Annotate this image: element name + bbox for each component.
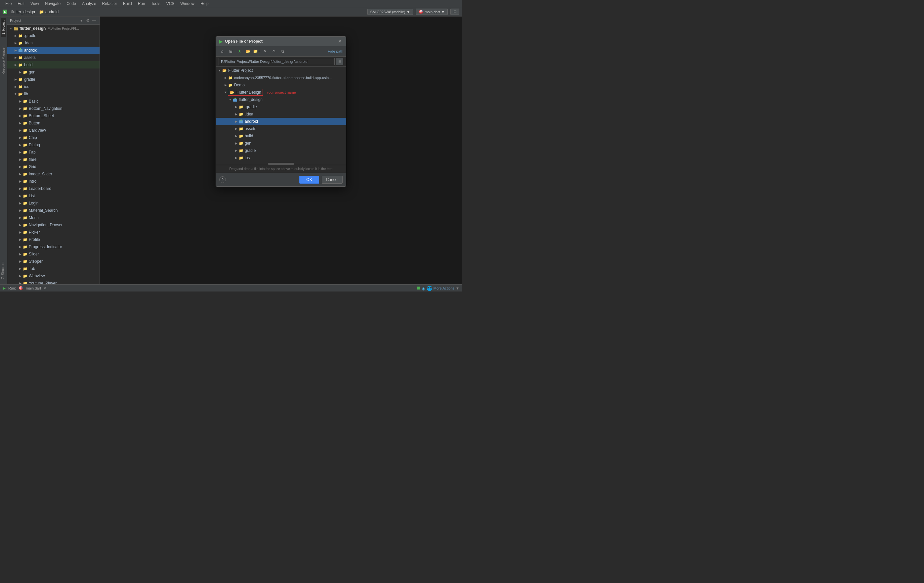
dialog-tree-item-flutter-design-sub[interactable]: ▼ flutter_design — [216, 96, 346, 103]
home-button[interactable]: ⌂ — [219, 48, 226, 55]
panel-settings-btn[interactable]: ⚙ — [85, 18, 90, 23]
tree-item-gradle2[interactable]: ▶ 📁 gradle — [7, 76, 99, 83]
menu-bar: File Edit View Navigate Code Analyze Ref… — [0, 0, 462, 7]
bottom-close-icon[interactable]: ✕ — [44, 286, 47, 290]
menu-tools[interactable]: Tools — [148, 1, 163, 7]
stop-icon[interactable]: ■ — [417, 284, 420, 292]
item-label-gen: gen — [29, 70, 35, 74]
menu-vcs[interactable]: VCS — [164, 1, 177, 7]
tree-item-Tab[interactable]: ▶ 📁 Tab — [7, 265, 99, 272]
tree-item-build[interactable]: ▶ 📁 build — [7, 61, 99, 68]
refresh-button[interactable]: ↻ — [270, 48, 277, 55]
menu-file[interactable]: File — [3, 1, 14, 7]
android-tab[interactable]: 📁 android — [39, 10, 59, 14]
folder-icon-List: 📁 — [23, 193, 28, 198]
tree-item-Profile[interactable]: ▶ 📁 Profile — [7, 236, 99, 243]
menu-code[interactable]: Code — [64, 1, 79, 7]
tree-item-Navigation_Drawer[interactable]: ▶ 📁 Navigation_Drawer — [7, 221, 99, 229]
tree-item-Login[interactable]: ▶ 📁 Login — [7, 200, 99, 207]
tree-item-Youtube_Player[interactable]: ▶ 📁 Youtube_Player — [7, 279, 99, 284]
tree-item-Progress_Indicator[interactable]: ▶ 📁 Progress_Indicator — [7, 243, 99, 251]
tree-item-Leaderboard[interactable]: ▶ 📁 Leaderboard — [7, 185, 99, 192]
path-button[interactable]: 📂 — [244, 48, 252, 55]
folder-icon-Flutter-Design: 📂 — [229, 90, 235, 95]
menu-edit[interactable]: Edit — [15, 1, 27, 7]
dialog-tree-item-gradle-d2[interactable]: ▶ 📁 gradle — [216, 147, 346, 154]
tree-item-Bottom_Navigation[interactable]: ▶ 📁 Bottom_Navigation — [7, 105, 99, 112]
tree-item-lib[interactable]: ▼ 📂 lib — [7, 90, 99, 97]
sidebar-tab-structure[interactable]: Z: Structure — [0, 259, 7, 282]
tree-item-flare[interactable]: ▶ 📁 flare — [7, 156, 99, 163]
device-button[interactable]: SM G925W8 (mobile) ▼ — [368, 9, 413, 15]
tree-item-gradle[interactable]: ▶ 📁 .gradle — [7, 32, 99, 40]
tree-item-Chip[interactable]: ▶ 📁 Chip — [7, 134, 99, 141]
desktop-button[interactable]: ⊟ — [227, 48, 234, 55]
tree-item-Material_Search[interactable]: ▶ 📁 Material_Search — [7, 207, 99, 214]
tree-item-android[interactable]: ▶ android — [7, 47, 99, 54]
tree-item-CardView[interactable]: ▶ 📁 CardView — [7, 127, 99, 134]
tree-item-List[interactable]: ▶ 📁 List — [7, 192, 99, 200]
more-actions-label[interactable]: More Actions — [434, 286, 455, 290]
sidebar-tab-project[interactable]: 1: Project — [1, 18, 6, 37]
tree-item-gen[interactable]: ▶ 📁 gen — [7, 68, 99, 76]
delete-button[interactable]: ✕ — [262, 48, 269, 55]
file-button[interactable]: 🎯 main.dart ▼ — [416, 8, 448, 15]
dialog-item-label-Demo: Demo — [234, 83, 245, 88]
panel-minimize-btn[interactable]: — — [92, 18, 97, 23]
menu-analyze[interactable]: Analyze — [79, 1, 99, 7]
dialog-close-button[interactable]: ✕ — [337, 39, 343, 44]
tree-item-Dialog[interactable]: ▶ 📁 Dialog — [7, 141, 99, 149]
sidebar-tab-resource[interactable]: Resource Manager — [1, 44, 6, 77]
tree-item-Stepper[interactable]: ▶ 📁 Stepper — [7, 258, 99, 265]
tree-item-Picker[interactable]: ▶ 📁 Picker — [7, 229, 99, 236]
dialog-tree-item-flutter-project[interactable]: ▼ 📂 Flutter Project — [216, 67, 346, 74]
dialog-tree-item-android-d[interactable]: ▶ android — [216, 118, 346, 125]
tree-item-Slider[interactable]: ▶ 📁 Slider — [7, 251, 99, 258]
hide-path-button[interactable]: Hide path — [328, 49, 343, 53]
tree-item-Image_Slider[interactable]: ▶ 📁 Image_Slider — [7, 170, 99, 178]
tree-item-Fab[interactable]: ▶ 📁 Fab — [7, 149, 99, 156]
dialog-tree-item-codecanyon[interactable]: ▶ 📁 codecanyon-23557770-flutter-ui-compo… — [216, 74, 346, 81]
menu-refactor[interactable]: Refactor — [99, 1, 120, 7]
tree-item-Bottom_Sheet[interactable]: ▶ 📁 Bottom_Sheet — [7, 112, 99, 119]
dialog-tree-item-idea-d[interactable]: ▶ 📁 .idea — [216, 111, 346, 118]
dialog-tree-item-assets-d[interactable]: ▶ 📁 assets — [216, 125, 346, 132]
menu-help[interactable]: Help — [198, 1, 211, 7]
tree-item-assets[interactable]: ▶ 📁 assets — [7, 54, 99, 61]
path-expand-button[interactable]: ⊞ — [336, 58, 343, 65]
cancel-button[interactable]: Cancel — [322, 176, 343, 183]
tree-item-Button[interactable]: ▶ 📁 Button — [7, 119, 99, 127]
folder-icon-intro: 📁 — [23, 179, 28, 184]
help-button[interactable]: ? — [219, 176, 226, 183]
tree-item-intro[interactable]: ▶ 📁 intro — [7, 178, 99, 185]
menu-build[interactable]: Build — [120, 1, 135, 7]
dialog-tree-item-Demo[interactable]: ▶ 📁 Demo — [216, 81, 346, 89]
menu-navigate[interactable]: Navigate — [42, 1, 63, 7]
dialog-tree-item-gradle-d[interactable]: ▶ 📁 .gradle — [216, 103, 346, 111]
bookmarks-button[interactable]: ★ — [236, 48, 243, 55]
layout-button[interactable]: ⊡ — [450, 8, 459, 15]
tree-item-Menu[interactable]: ▶ 📁 Menu — [7, 214, 99, 221]
ok-button[interactable]: OK — [299, 176, 319, 183]
tree-root[interactable]: ▼ flutter_design F:\Flutter Project\Flut… — [7, 25, 99, 32]
tree-item-Grid[interactable]: ▶ 📁 Grid — [7, 163, 99, 170]
project-tree: ▶ 📁 .gradle ▶ 📁 .idea ▶ android ▶ 📁 asse… — [7, 32, 99, 284]
menu-view[interactable]: View — [28, 1, 42, 7]
dialog-item-label-gradle-d: .gradle — [245, 104, 257, 109]
dialog-tree-item-gen-d[interactable]: ▶ 📁 gen — [216, 140, 346, 147]
tree-item-Webview[interactable]: ▶ 📁 Webview — [7, 272, 99, 279]
tree-item-Basic[interactable]: ▶ 📁 Basic — [7, 97, 99, 105]
folder-icon-assets-d: 📁 — [238, 126, 244, 131]
dialog-tree-item-ios-d[interactable]: ▶ 📁 ios — [216, 154, 346, 162]
menu-run[interactable]: Run — [135, 1, 148, 7]
path-input[interactable] — [219, 58, 335, 65]
tree-item-ios[interactable]: ▶ 📁 ios — [7, 83, 99, 90]
tree-item-idea[interactable]: ▶ 📁 .idea — [7, 40, 99, 47]
dialog-tree-item-build-d[interactable]: ▶ 📁 build — [216, 132, 346, 140]
new-folder-button[interactable]: 📁+ — [253, 48, 260, 55]
dialog-tree-item-Flutter-Design[interactable]: ▼ 📂 Flutter Design your project name — [216, 89, 346, 96]
bottom-file-name: main.dart — [26, 286, 41, 290]
menu-window[interactable]: Window — [178, 1, 197, 7]
copy-button[interactable]: ⧉ — [279, 48, 286, 55]
project-tab[interactable]: flutter_design — [11, 10, 35, 14]
